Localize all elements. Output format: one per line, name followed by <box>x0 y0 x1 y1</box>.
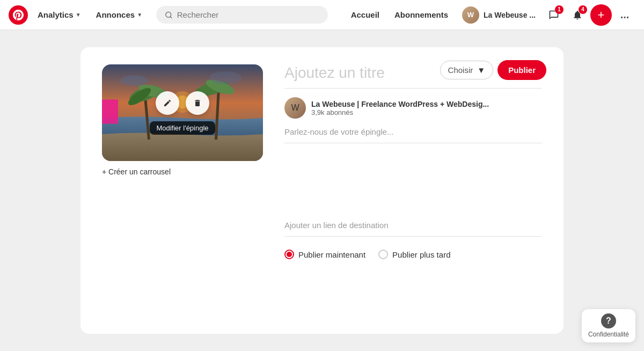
analytics-label: Analytics <box>38 10 74 19</box>
navbar: Analytics ▼ Annonces ▼ Accueil Abonnemen… <box>0 0 644 30</box>
annonces-label: Annonces <box>96 10 135 19</box>
delete-pin-button[interactable] <box>186 91 209 115</box>
question-icon: ? <box>601 313 616 328</box>
annonces-nav-item[interactable]: Annonces ▼ <box>91 6 148 24</box>
publish-row: Publier maintenant Publier plus tard <box>284 250 542 259</box>
spacer <box>284 156 542 221</box>
publier-button[interactable]: Publier <box>497 60 546 80</box>
accueil-link[interactable]: Accueil <box>345 6 386 24</box>
pinterest-logo[interactable] <box>9 5 28 25</box>
avatar: W <box>462 6 479 24</box>
choisir-label: Choisir <box>448 65 473 75</box>
confidentialite-button[interactable]: ? Confidentialité <box>582 309 635 342</box>
user-followers: 3,9k abonnés <box>311 108 489 116</box>
link-input[interactable] <box>284 221 542 237</box>
confidentialite-label: Confidentialité <box>588 331 629 338</box>
choisir-chevron-icon: ▼ <box>477 65 485 75</box>
edit-tooltip: Modifier l'épingle <box>150 121 215 135</box>
main-content: Choisir ▼ Publier <box>0 30 644 351</box>
pink-arrow-icon <box>102 97 118 127</box>
add-pin-button[interactable]: + <box>590 4 612 26</box>
svg-marker-12 <box>102 100 118 124</box>
right-side: W La Webeuse | Freelance WordPress + Web… <box>284 64 542 259</box>
search-bar <box>156 6 328 24</box>
user-name-nav: La Webeuse ... <box>484 11 536 19</box>
search-input[interactable] <box>177 10 319 19</box>
image-overlay: Modifier l'épingle <box>102 64 263 161</box>
publish-now-option[interactable]: Publier maintenant <box>284 250 365 259</box>
user-nav[interactable]: W La Webeuse ... <box>457 4 541 26</box>
user-name: La Webeuse | Freelance WordPress + WebDe… <box>311 100 489 108</box>
edit-pin-button[interactable] <box>156 91 179 115</box>
create-carousel-button[interactable]: + Créer un carrousel <box>102 167 263 176</box>
search-icon <box>165 11 173 19</box>
description-input[interactable] <box>284 127 542 143</box>
publish-later-option[interactable]: Publier plus tard <box>378 250 450 259</box>
user-row: W La Webeuse | Freelance WordPress + Web… <box>284 97 542 119</box>
left-side: Modifier l'épingle + Créer un carrousel <box>102 64 263 176</box>
icon-buttons-row <box>156 91 209 115</box>
analytics-nav-item[interactable]: Analytics ▼ <box>32 6 86 24</box>
create-pin-card: Choisir ▼ Publier <box>80 47 564 334</box>
analytics-chevron-icon: ▼ <box>76 12 81 18</box>
pin-image-container: Modifier l'épingle <box>102 64 263 161</box>
trash-icon <box>193 99 202 107</box>
top-actions: Choisir ▼ Publier <box>440 60 546 80</box>
pencil-icon <box>163 99 172 107</box>
publish-later-radio[interactable] <box>378 250 388 259</box>
notifications-badge: 4 <box>579 5 587 14</box>
messages-button[interactable]: 1 <box>543 4 565 26</box>
choisir-dropdown[interactable]: Choisir ▼ <box>440 61 494 79</box>
abonnements-link[interactable]: Abonnements <box>388 6 455 24</box>
publish-now-radio[interactable] <box>284 250 294 259</box>
notifications-button[interactable]: 4 <box>567 4 588 26</box>
user-avatar: W <box>284 97 306 119</box>
nav-links: Accueil Abonnements W La Webeuse ... 1 4 <box>345 4 635 26</box>
messages-badge: 1 <box>555 5 564 14</box>
more-button[interactable]: ... <box>614 4 635 26</box>
annonces-chevron-icon: ▼ <box>137 12 142 18</box>
arrow-container <box>102 97 118 129</box>
